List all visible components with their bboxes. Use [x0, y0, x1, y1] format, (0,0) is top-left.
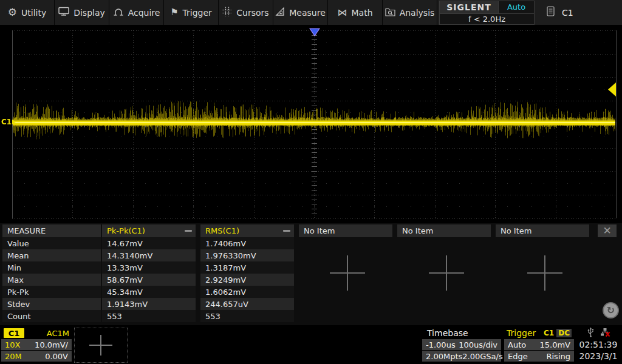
cursors-icon: [222, 7, 232, 18]
trigger-level-marker[interactable]: [607, 82, 617, 99]
channel-offset: 0.00V: [45, 352, 68, 361]
measure-icon: [275, 7, 285, 18]
trigger-status-box[interactable]: SIGLENT Auto f < 2.0Hz: [439, 1, 535, 25]
trigger-coupling: DC: [556, 329, 572, 337]
channel-info-box[interactable]: C1 AC1M 10X 10.0mV/ 20M 0.00V: [1, 328, 72, 363]
measure-column-empty-2[interactable]: No Item: [397, 224, 491, 237]
add-channel-button[interactable]: [74, 328, 128, 363]
add-measure-button-1[interactable]: [330, 255, 365, 291]
measure-panel: MEASURE Pk-Pk(C1) RMS(C1) No Item No Ite…: [0, 223, 622, 325]
menu-bar: Utility Display Acquire Trigger Cursors …: [0, 0, 622, 26]
measure-column-empty-1[interactable]: No Item: [299, 224, 392, 237]
trigger-info-box[interactable]: Trigger C1 DC Auto 15.0mV Edge Rising: [504, 328, 574, 363]
stat-value: 1.6062mV: [200, 286, 294, 298]
stat-value: 1.9143mV: [102, 298, 196, 310]
stat-value: 244.657uV: [200, 298, 294, 310]
probe-attenuation: 10X: [5, 340, 20, 349]
math-icon: [337, 8, 347, 18]
stat-value: 45.34mV: [102, 286, 196, 298]
menu-label: Measure: [289, 8, 326, 18]
menu-item-math[interactable]: Math: [328, 0, 383, 25]
frequency-counter: f < 2.0Hz: [440, 13, 534, 24]
stat-value: 553: [200, 310, 294, 322]
memory-depth: 2.00Mpts: [426, 352, 462, 361]
menu-label: Trigger: [183, 8, 212, 18]
stat-value: 13.33mV: [102, 261, 196, 274]
channel-trace-label[interactable]: C1: [1, 118, 16, 126]
channel-coupling: AC1M: [47, 329, 69, 338]
stat-label: Stdev: [2, 298, 101, 310]
analysis-icon: [385, 7, 395, 18]
stat-value: 1.976330mV: [200, 249, 294, 261]
trigger-slope: Rising: [546, 352, 570, 361]
sample-rate: 2.00GSa/s: [462, 352, 502, 361]
measure-column-label: RMS(C1): [205, 226, 239, 235]
menu-label: Utility: [21, 8, 46, 18]
trigger-type: Edge: [508, 352, 528, 361]
channel-badge[interactable]: C1: [4, 328, 24, 338]
siglent-logo: SIGLENT: [440, 1, 499, 13]
volts-per-div: 10.0mV/: [35, 340, 68, 349]
measure-panel-title: MEASURE: [2, 224, 101, 237]
touch-gesture-icon[interactable]: [603, 302, 619, 318]
channel-trace-text: C1: [1, 118, 12, 126]
menu-item-measure[interactable]: Measure: [273, 0, 328, 25]
close-icon: ✕: [603, 226, 611, 236]
menu-label: Cursors: [236, 8, 268, 18]
acquisition-mode-badge: Auto: [499, 1, 534, 13]
remove-measure-icon[interactable]: [185, 230, 192, 232]
add-measure-button-3[interactable]: [527, 255, 562, 291]
waveform-display[interactable]: [0, 26, 622, 223]
flag-icon: [170, 8, 178, 17]
measure-close-button[interactable]: ✕: [598, 224, 617, 237]
clock-time: 02:51:39: [576, 339, 621, 350]
timebase-title: Timebase: [422, 328, 501, 339]
menu-item-trigger[interactable]: Trigger: [164, 0, 219, 25]
plus-icon: [89, 335, 112, 356]
stat-value: 14.3140mV: [102, 249, 196, 261]
menu-item-cursors[interactable]: Cursors: [219, 0, 273, 25]
gear-icon: [8, 7, 17, 18]
remove-measure-icon[interactable]: [283, 230, 290, 232]
menu-channel-button[interactable]: C1: [562, 8, 573, 18]
menu-item-display[interactable]: Display: [55, 0, 109, 25]
measure-column-pkpk[interactable]: Pk-Pk(C1): [102, 224, 196, 237]
stat-value: 14.67mV: [102, 237, 196, 249]
stat-label: Min: [2, 261, 101, 274]
measure-column-rms[interactable]: RMS(C1): [200, 224, 294, 237]
trigger-level: 15.0mV: [539, 340, 570, 349]
stat-value: 58.67mV: [102, 274, 196, 286]
add-measure-button-2[interactable]: [429, 255, 464, 291]
display-icon: [58, 7, 69, 18]
measure-column-empty-3[interactable]: No Item: [496, 224, 589, 237]
acquire-icon: [113, 7, 124, 18]
lan-disconnected-icon: [600, 328, 610, 339]
usb-icon: [587, 327, 595, 339]
stat-value: 553: [102, 310, 196, 322]
stat-value: 1.7406mV: [200, 237, 294, 249]
bandwidth-limit: 20M: [5, 352, 22, 361]
menu-label: Display: [73, 8, 105, 18]
stat-label: Max: [2, 274, 101, 286]
trigger-position-marker[interactable]: [309, 27, 320, 39]
clock-box: 02:51:39 2023/3/1: [576, 328, 621, 363]
measure-column-label: Pk-Pk(C1): [107, 226, 145, 235]
stat-value: 1.3187mV: [200, 261, 294, 274]
trigger-source: C1: [544, 329, 554, 337]
timebase-info-box[interactable]: Timebase -1.00us 100us/div 2.00Mpts 2.00…: [422, 328, 501, 363]
timebase-delay: -1.00us: [426, 340, 456, 349]
menu-label: Math: [351, 8, 372, 18]
stat-label: Value: [2, 237, 101, 249]
bottom-status-bar: C1 AC1M 10X 10.0mV/ 20M 0.00V Timebase -…: [0, 325, 622, 364]
menu-item-acquire[interactable]: Acquire: [109, 0, 164, 25]
menu-label: Analysis: [400, 8, 435, 18]
trigger-title: Trigger: [507, 328, 536, 338]
clock-date: 2023/3/1: [576, 350, 621, 362]
stat-value: 2.9249mV: [200, 274, 294, 286]
notes-button[interactable]: [547, 6, 555, 19]
trace-pointer-icon: [12, 120, 16, 124]
stat-label: Count: [2, 310, 101, 322]
scope-display: C1: [0, 26, 622, 223]
menu-item-analysis[interactable]: Analysis: [383, 0, 437, 25]
menu-item-utility[interactable]: Utility: [0, 0, 55, 25]
